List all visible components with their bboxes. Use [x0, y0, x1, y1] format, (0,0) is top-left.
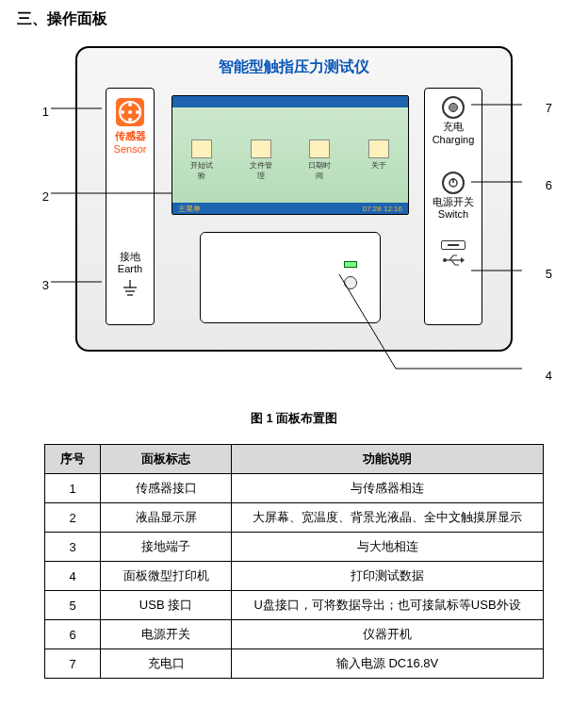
th-mark: 面板标志: [101, 445, 232, 474]
cell-mark: 液晶显示屏: [101, 503, 232, 533]
screen-icon-label: 文件管理: [249, 160, 273, 181]
svg-marker-14: [461, 257, 465, 263]
device-diagram: 智能型触指压力测试仪 传感器 Sensor 接地 Earth: [75, 46, 513, 352]
callout-left-3: 3: [36, 278, 49, 292]
table-row: 3接地端子与大地相连: [45, 533, 544, 562]
screen-status-left: 主菜单: [178, 204, 201, 214]
sensor-label-en: Sensor: [106, 143, 154, 156]
switch-label-cn: 电源开关: [425, 196, 482, 209]
table-row: 5USB 接口U盘接口，可将数据导出；也可接鼠标等USB外设: [45, 591, 544, 620]
table-row: 6电源开关仪器开机: [45, 620, 544, 649]
cell-mark: 电源开关: [101, 620, 232, 649]
cell-func: 与传感器相连: [232, 474, 544, 503]
svg-point-1: [128, 103, 132, 107]
screen-icon-label: 日期时间: [307, 160, 332, 181]
svg-point-4: [128, 118, 132, 122]
callout-num: 5: [539, 267, 552, 281]
usb-icon: [441, 240, 466, 250]
table-row: 1传感器接口与传感器相连: [45, 474, 544, 503]
callout-right-7: 7: [488, 101, 552, 115]
cell-mark: 传感器接口: [101, 474, 232, 503]
cell-mark: 接地端子: [101, 533, 232, 562]
cell-func: U盘接口，可将数据导出；也可接鼠标等USB外设: [232, 591, 544, 620]
cell-mark: 充电口: [101, 649, 232, 679]
screen-icon-label: 开始试验: [189, 160, 214, 181]
panel-description-table: 序号 面板标志 功能说明 1传感器接口与传感器相连2液晶显示屏大屏幕、宽温度、背…: [44, 444, 544, 679]
th-func: 功能说明: [232, 445, 544, 474]
earth-label-en: Earth: [106, 263, 154, 276]
earth-icon: [123, 280, 137, 301]
device-title: 智能型触指压力测试仪: [77, 57, 511, 77]
svg-point-3: [121, 110, 124, 114]
callout-num: 7: [539, 101, 552, 115]
usb-symbol-icon: [442, 254, 465, 267]
switch-label-en: Switch: [425, 208, 482, 222]
callout-left-1: 1: [36, 105, 49, 119]
callout-num: 6: [539, 178, 552, 192]
charge-label-en: Charging: [425, 134, 482, 147]
lcd-screen: 开始试验 文件管理 日期时间 关于 主菜单 07:28 12:16: [172, 95, 409, 215]
th-seq: 序号: [45, 445, 101, 474]
cell-seq: 3: [45, 533, 101, 562]
figure-caption: 图 1 面板布置图: [17, 410, 571, 427]
table-row: 4面板微型打印机打印测试数据: [45, 562, 544, 591]
cell-func: 打印测试数据: [232, 562, 544, 591]
screen-icon-label: 关于: [367, 160, 391, 171]
cell-mark: 面板微型打印机: [101, 562, 232, 591]
cell-mark: USB 接口: [101, 591, 232, 620]
cell-seq: 7: [45, 649, 101, 679]
callout-right-6: 6: [488, 178, 552, 192]
screen-top-bar: [178, 98, 180, 107]
earth-label-cn: 接地: [106, 251, 154, 264]
svg-point-2: [136, 110, 139, 114]
cell-func: 大屏幕、宽温度、背景光液晶、全中文触摸屏显示: [232, 503, 544, 533]
screen-status-right: 07:28 12:16: [363, 205, 402, 213]
left-panel: 传感器 Sensor 接地 Earth: [106, 88, 155, 325]
sensor-label-cn: 传感器: [106, 130, 154, 143]
cell-seq: 6: [45, 620, 101, 649]
sensor-icon: [116, 98, 144, 126]
power-switch-icon: [442, 172, 465, 194]
charge-label-cn: 充电: [425, 121, 482, 134]
cell-func: 输入电源 DC16.8V: [232, 649, 544, 679]
charging-port-icon: [442, 96, 465, 119]
cell-seq: 1: [45, 474, 101, 503]
cell-seq: 5: [45, 591, 101, 620]
callout-left-2: 2: [36, 189, 49, 204]
table-row: 2液晶显示屏大屏幕、宽温度、背景光液晶、全中文触摸屏显示: [45, 503, 544, 533]
cell-func: 仪器开机: [232, 620, 544, 649]
printer-led-icon: [344, 261, 357, 268]
cell-seq: 4: [45, 562, 101, 591]
callout-bottom-4: 4: [360, 369, 552, 383]
table-row: 7充电口输入电源 DC16.8V: [45, 649, 544, 679]
screen-icons-row: 开始试验 文件管理 日期时间 关于: [172, 140, 408, 181]
section-heading: 三、操作面板: [17, 9, 571, 29]
cell-func: 与大地相连: [232, 533, 544, 562]
cell-seq: 2: [45, 503, 101, 533]
table-header-row: 序号 面板标志 功能说明: [45, 445, 544, 474]
callout-num: 4: [539, 369, 552, 383]
svg-point-5: [128, 110, 132, 114]
